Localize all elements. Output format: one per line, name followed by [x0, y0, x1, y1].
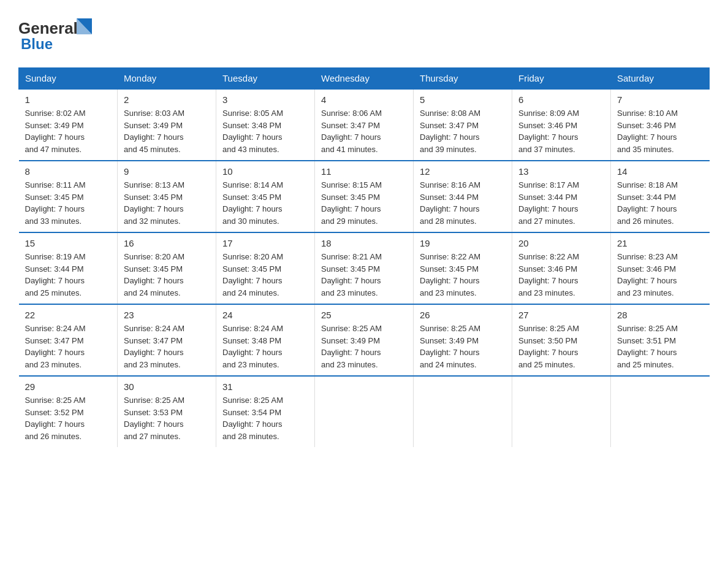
calendar-cell: 29 Sunrise: 8:25 AM Sunset: 3:52 PM Dayl… [19, 376, 118, 447]
header-tuesday: Tuesday [216, 68, 315, 90]
calendar-cell: 6 Sunrise: 8:09 AM Sunset: 3:46 PM Dayli… [512, 89, 611, 161]
calendar-table: SundayMondayTuesdayWednesdayThursdayFrid… [18, 67, 710, 447]
day-number: 26 [420, 310, 506, 320]
day-info: Sunrise: 8:24 AM Sunset: 3:47 PM Dayligh… [25, 323, 112, 370]
day-info: Sunrise: 8:09 AM Sunset: 3:46 PM Dayligh… [518, 107, 604, 155]
day-info: Sunrise: 8:19 AM Sunset: 3:44 PM Dayligh… [25, 251, 112, 299]
calendar-cell: 23 Sunrise: 8:24 AM Sunset: 3:47 PM Dayl… [118, 304, 216, 376]
day-number: 20 [518, 238, 604, 248]
calendar-cell: 4 Sunrise: 8:06 AM Sunset: 3:47 PM Dayli… [315, 89, 414, 161]
day-info: Sunrise: 8:22 AM Sunset: 3:46 PM Dayligh… [518, 251, 604, 299]
day-info: Sunrise: 8:25 AM Sunset: 3:50 PM Dayligh… [518, 323, 604, 370]
day-number: 10 [222, 166, 308, 177]
day-info: Sunrise: 8:25 AM Sunset: 3:52 PM Dayligh… [25, 394, 112, 442]
calendar-cell: 7 Sunrise: 8:10 AM Sunset: 3:46 PM Dayli… [611, 89, 710, 161]
calendar-cell: 13 Sunrise: 8:17 AM Sunset: 3:44 PM Dayl… [512, 161, 611, 232]
day-info: Sunrise: 8:05 AM Sunset: 3:48 PM Dayligh… [222, 107, 308, 155]
calendar-cell: 17 Sunrise: 8:20 AM Sunset: 3:45 PM Dayl… [216, 232, 315, 304]
calendar-cell: 8 Sunrise: 8:11 AM Sunset: 3:45 PM Dayli… [19, 161, 118, 232]
day-number: 23 [124, 310, 210, 320]
day-number: 18 [321, 238, 407, 248]
day-info: Sunrise: 8:23 AM Sunset: 3:46 PM Dayligh… [617, 251, 703, 299]
day-info: Sunrise: 8:18 AM Sunset: 3:44 PM Dayligh… [617, 179, 703, 227]
calendar-cell: 5 Sunrise: 8:08 AM Sunset: 3:47 PM Dayli… [414, 89, 512, 161]
day-info: Sunrise: 8:14 AM Sunset: 3:45 PM Dayligh… [222, 179, 308, 227]
calendar-cell: 20 Sunrise: 8:22 AM Sunset: 3:46 PM Dayl… [512, 232, 611, 304]
header-sunday: Sunday [19, 68, 118, 90]
calendar-cell: 2 Sunrise: 8:03 AM Sunset: 3:49 PM Dayli… [118, 89, 216, 161]
header-saturday: Saturday [611, 68, 710, 90]
day-info: Sunrise: 8:24 AM Sunset: 3:48 PM Dayligh… [222, 323, 308, 370]
day-number: 17 [222, 238, 308, 248]
day-number: 11 [321, 166, 407, 177]
day-number: 13 [518, 166, 604, 177]
header-friday: Friday [512, 68, 611, 90]
day-number: 25 [321, 310, 407, 320]
day-number: 12 [420, 166, 506, 177]
header-monday: Monday [118, 68, 216, 90]
calendar-cell: 31 Sunrise: 8:25 AM Sunset: 3:54 PM Dayl… [216, 376, 315, 447]
day-info: Sunrise: 8:10 AM Sunset: 3:46 PM Dayligh… [617, 107, 703, 155]
day-info: Sunrise: 8:21 AM Sunset: 3:45 PM Dayligh… [321, 251, 407, 299]
day-number: 5 [420, 94, 506, 105]
calendar-cell: 14 Sunrise: 8:18 AM Sunset: 3:44 PM Dayl… [611, 161, 710, 232]
day-number: 9 [124, 166, 210, 177]
calendar-cell [414, 376, 512, 447]
day-info: Sunrise: 8:16 AM Sunset: 3:44 PM Dayligh… [420, 179, 506, 227]
day-info: Sunrise: 8:25 AM Sunset: 3:49 PM Dayligh… [420, 323, 506, 370]
day-number: 15 [25, 238, 112, 248]
week-row-1: 1 Sunrise: 8:02 AM Sunset: 3:49 PM Dayli… [19, 89, 710, 161]
day-number: 31 [222, 381, 308, 392]
weekday-header-row: SundayMondayTuesdayWednesdayThursdayFrid… [19, 68, 710, 90]
day-info: Sunrise: 8:20 AM Sunset: 3:45 PM Dayligh… [222, 251, 308, 299]
calendar-cell: 9 Sunrise: 8:13 AM Sunset: 3:45 PM Dayli… [118, 161, 216, 232]
day-info: Sunrise: 8:25 AM Sunset: 3:51 PM Dayligh… [617, 323, 703, 370]
calendar-cell: 19 Sunrise: 8:22 AM Sunset: 3:45 PM Dayl… [414, 232, 512, 304]
day-info: Sunrise: 8:25 AM Sunset: 3:53 PM Dayligh… [124, 394, 210, 442]
day-info: Sunrise: 8:22 AM Sunset: 3:45 PM Dayligh… [420, 251, 506, 299]
calendar-cell: 10 Sunrise: 8:14 AM Sunset: 3:45 PM Dayl… [216, 161, 315, 232]
day-number: 8 [25, 166, 112, 177]
day-info: Sunrise: 8:24 AM Sunset: 3:47 PM Dayligh… [124, 323, 210, 370]
day-info: Sunrise: 8:13 AM Sunset: 3:45 PM Dayligh… [124, 179, 210, 227]
day-number: 1 [25, 94, 112, 105]
day-number: 19 [420, 238, 506, 248]
calendar-cell: 16 Sunrise: 8:20 AM Sunset: 3:45 PM Dayl… [118, 232, 216, 304]
header-wednesday: Wednesday [315, 68, 414, 90]
day-number: 28 [617, 310, 703, 320]
header-thursday: Thursday [414, 68, 512, 90]
calendar-cell: 1 Sunrise: 8:02 AM Sunset: 3:49 PM Dayli… [19, 89, 118, 161]
day-number: 6 [518, 94, 604, 105]
week-row-4: 22 Sunrise: 8:24 AM Sunset: 3:47 PM Dayl… [19, 304, 710, 376]
day-info: Sunrise: 8:25 AM Sunset: 3:49 PM Dayligh… [321, 323, 407, 370]
day-info: Sunrise: 8:15 AM Sunset: 3:45 PM Dayligh… [321, 179, 407, 227]
calendar-cell: 26 Sunrise: 8:25 AM Sunset: 3:49 PM Dayl… [414, 304, 512, 376]
svg-text:General: General [18, 19, 78, 37]
day-number: 24 [222, 310, 308, 320]
week-row-3: 15 Sunrise: 8:19 AM Sunset: 3:44 PM Dayl… [19, 232, 710, 304]
day-info: Sunrise: 8:25 AM Sunset: 3:54 PM Dayligh… [222, 394, 308, 442]
week-row-5: 29 Sunrise: 8:25 AM Sunset: 3:52 PM Dayl… [19, 376, 710, 447]
day-info: Sunrise: 8:20 AM Sunset: 3:45 PM Dayligh… [124, 251, 210, 299]
calendar-cell [611, 376, 710, 447]
day-info: Sunrise: 8:11 AM Sunset: 3:45 PM Dayligh… [25, 179, 112, 227]
logo-svg: General Blue [18, 12, 98, 55]
page-header: General Blue [18, 12, 710, 55]
calendar-cell: 22 Sunrise: 8:24 AM Sunset: 3:47 PM Dayl… [19, 304, 118, 376]
day-number: 29 [25, 381, 112, 392]
day-info: Sunrise: 8:03 AM Sunset: 3:49 PM Dayligh… [124, 107, 210, 155]
calendar-cell: 24 Sunrise: 8:24 AM Sunset: 3:48 PM Dayl… [216, 304, 315, 376]
day-number: 22 [25, 310, 112, 320]
day-info: Sunrise: 8:02 AM Sunset: 3:49 PM Dayligh… [25, 107, 112, 155]
day-number: 7 [617, 94, 703, 105]
calendar-cell: 3 Sunrise: 8:05 AM Sunset: 3:48 PM Dayli… [216, 89, 315, 161]
calendar-cell: 21 Sunrise: 8:23 AM Sunset: 3:46 PM Dayl… [611, 232, 710, 304]
day-number: 3 [222, 94, 308, 105]
calendar-cell: 25 Sunrise: 8:25 AM Sunset: 3:49 PM Dayl… [315, 304, 414, 376]
logo: General Blue [18, 12, 98, 55]
day-number: 4 [321, 94, 407, 105]
calendar-cell [315, 376, 414, 447]
day-info: Sunrise: 8:06 AM Sunset: 3:47 PM Dayligh… [321, 107, 407, 155]
calendar-cell: 11 Sunrise: 8:15 AM Sunset: 3:45 PM Dayl… [315, 161, 414, 232]
day-number: 14 [617, 166, 703, 177]
